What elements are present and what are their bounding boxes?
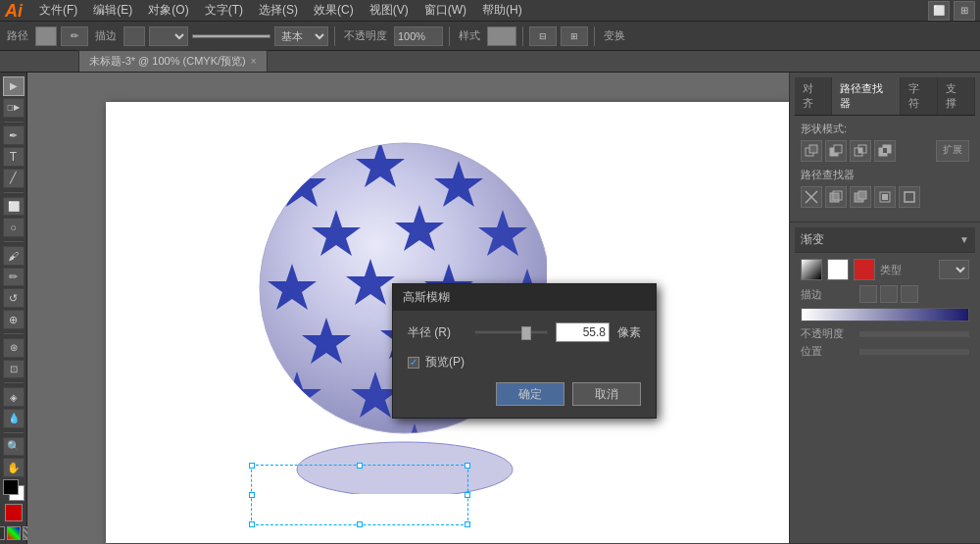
- merge-icon[interactable]: [850, 186, 871, 208]
- blend-tool[interactable]: ⊡: [3, 360, 24, 379]
- handle-bl[interactable]: [249, 521, 255, 527]
- menu-select[interactable]: 选择(S): [252, 0, 305, 21]
- handle-tc[interactable]: [357, 463, 363, 469]
- menu-effect[interactable]: 效果(C): [307, 0, 361, 21]
- tab-support[interactable]: 支撑: [938, 77, 975, 115]
- rect-tool[interactable]: ⬜: [3, 197, 24, 217]
- dialog-title-bar: 高斯模糊: [393, 284, 656, 311]
- intersect-icon[interactable]: [850, 140, 871, 162]
- zoom-tool[interactable]: 🔍: [3, 437, 24, 457]
- stroke-none-icon[interactable]: [859, 285, 877, 303]
- eyedropper-tool[interactable]: 💧: [3, 409, 24, 428]
- path-label: 路径: [4, 28, 31, 43]
- stroke-outside-icon[interactable]: [901, 285, 918, 303]
- pathfinder-panel: 对齐 路径查找器 字符 支撑 形状模式:: [790, 73, 980, 223]
- basic-select[interactable]: 基本: [274, 26, 328, 46]
- menu-view[interactable]: 视图(V): [363, 0, 416, 21]
- gradient-bar[interactable]: [801, 308, 969, 321]
- menu-object[interactable]: 对象(O): [141, 0, 195, 21]
- handle-tl[interactable]: [249, 463, 255, 469]
- handle-tr[interactable]: [465, 463, 470, 469]
- stroke-label: 描边: [92, 28, 120, 43]
- stroke-select[interactable]: [149, 26, 188, 46]
- menu-edit[interactable]: 编辑(E): [86, 0, 139, 21]
- type-select[interactable]: [939, 260, 969, 279]
- tab-align[interactable]: 对齐: [795, 77, 832, 115]
- position-row: 位置: [801, 344, 969, 359]
- tab-pathfinder[interactable]: 路径查找器: [832, 77, 901, 115]
- direct-select-tool[interactable]: ◻▶: [3, 98, 24, 118]
- position-slider[interactable]: [859, 349, 969, 355]
- gradient-preview[interactable]: [801, 259, 822, 280]
- shape-modes-row: 扩展: [801, 140, 969, 162]
- color-mode-btn[interactable]: [0, 526, 5, 540]
- line-tool[interactable]: ╱: [3, 169, 24, 188]
- panel-tabs: 对齐 路径查找器 字符 支撑: [795, 77, 975, 116]
- menu-text[interactable]: 文字(T): [198, 0, 250, 21]
- stroke-inside-icon[interactable]: [880, 285, 898, 303]
- transform-label[interactable]: 变换: [601, 28, 628, 43]
- handle-mr[interactable]: [465, 492, 470, 498]
- minus-front-icon[interactable]: [825, 140, 847, 162]
- layout-btn[interactable]: ⊞: [954, 1, 975, 21]
- crop-icon[interactable]: [874, 186, 896, 208]
- ellipse-tool[interactable]: ○: [3, 218, 24, 237]
- dialog-buttons: 确定 取消: [408, 382, 641, 406]
- menu-help[interactable]: 帮助(H): [475, 0, 529, 21]
- stroke-weight-box[interactable]: [123, 26, 145, 46]
- gradient-mode-btn[interactable]: [7, 526, 21, 540]
- pencil-tool[interactable]: ✏: [3, 268, 24, 287]
- style-box[interactable]: [487, 26, 516, 46]
- radius-input[interactable]: [556, 322, 610, 342]
- tab-close-btn[interactable]: ×: [251, 56, 257, 67]
- scale-tool[interactable]: ⊕: [3, 310, 24, 329]
- radius-slider[interactable]: [474, 330, 548, 334]
- tab-char[interactable]: 字符: [901, 77, 938, 115]
- rotate-tool[interactable]: ↺: [3, 288, 24, 308]
- cancel-button[interactable]: 取消: [572, 382, 641, 406]
- preview-checkbox[interactable]: ✓: [408, 357, 419, 369]
- fill-color-box[interactable]: [35, 26, 57, 46]
- menu-file[interactable]: 文件(F): [32, 0, 84, 21]
- paintbrush-tool[interactable]: 🖌: [3, 246, 24, 266]
- app-logo: Ai: [5, 2, 23, 20]
- gradient-swatch2[interactable]: [854, 259, 875, 280]
- warp-tool[interactable]: ⊛: [3, 338, 24, 358]
- canvas-tab[interactable]: 未标题-3* @ 100% (CMYK/预览) ×: [78, 50, 268, 72]
- pen-tool[interactable]: ✒: [3, 125, 24, 145]
- divide-icon[interactable]: [801, 186, 822, 208]
- radius-unit: 像素: [617, 324, 641, 341]
- stroke-icon[interactable]: ✏: [61, 26, 88, 46]
- ok-button[interactable]: 确定: [496, 382, 564, 406]
- menubar: Ai 文件(F) 编辑(E) 对象(O) 文字(T) 选择(S) 效果(C) 视…: [0, 0, 980, 22]
- select-tool[interactable]: ▶: [3, 76, 24, 96]
- fill-stroke-swatches[interactable]: [3, 479, 24, 501]
- handle-br[interactable]: [465, 521, 470, 527]
- opacity-slider[interactable]: [859, 331, 969, 337]
- fill-swatch[interactable]: [3, 479, 19, 495]
- gradient-tool[interactable]: ◈: [3, 387, 24, 407]
- hand-tool[interactable]: ✋: [3, 458, 24, 477]
- radius-slider-thumb[interactable]: [521, 326, 531, 340]
- menu-window[interactable]: 窗口(W): [417, 0, 473, 21]
- workspace-btn[interactable]: ⬜: [928, 1, 950, 21]
- stroke-label: 描边: [801, 287, 855, 302]
- handle-ml[interactable]: [249, 492, 255, 498]
- distribute-icon[interactable]: ⊞: [561, 26, 588, 46]
- opacity-input[interactable]: [394, 26, 443, 46]
- type-tool[interactable]: T: [3, 147, 24, 167]
- gradient-swatch1[interactable]: [827, 259, 849, 280]
- unite-icon[interactable]: [801, 140, 822, 162]
- svg-rect-22: [809, 145, 817, 153]
- style-label: 样式: [456, 28, 483, 43]
- trim-icon[interactable]: [825, 186, 847, 208]
- align-left-icon[interactable]: ⊟: [529, 26, 557, 46]
- svg-rect-27: [858, 148, 862, 153]
- gradient-panel-arrow[interactable]: ▼: [959, 234, 969, 245]
- outline-icon[interactable]: [899, 186, 920, 208]
- none-color-swatch[interactable]: [5, 504, 23, 521]
- handle-bc[interactable]: [357, 521, 363, 527]
- exclude-icon[interactable]: [874, 140, 896, 162]
- expand-button[interactable]: 扩展: [936, 140, 969, 162]
- gradient-panel: 渐变 ▼ 类型 描边: [790, 223, 980, 544]
